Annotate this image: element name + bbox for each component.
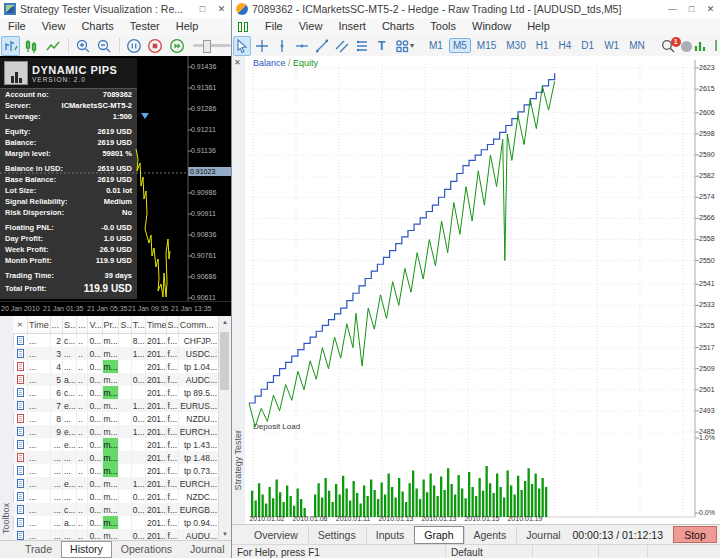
timeframe-h1[interactable]: H1 <box>532 38 553 53</box>
tab-trade[interactable]: Trade <box>16 541 61 558</box>
table-row[interactable]: ...7e.....0...m...1...201...f...EURUS... <box>13 399 219 412</box>
menu-tester[interactable]: Tester <box>122 18 168 35</box>
maximize-icon[interactable]: □ <box>193 0 212 18</box>
menu-file[interactable]: File <box>0 18 34 35</box>
pause-icon[interactable] <box>125 36 144 56</box>
timeframe-h4[interactable]: H4 <box>555 38 576 53</box>
column-header[interactable]: S... <box>119 316 131 333</box>
menu-help[interactable]: Help <box>168 18 207 35</box>
column-header[interactable]: Time <box>28 316 51 333</box>
close-icon[interactable]: ✕ <box>701 0 720 18</box>
line-chart-icon[interactable] <box>43 36 62 56</box>
tester-tab-journal[interactable]: Journal <box>516 526 570 544</box>
timeframe-w1[interactable]: W1 <box>600 38 623 53</box>
table-row[interactable]: ...4.....0...m...201...f...tp 1.04... <box>13 360 219 373</box>
scroll-up-icon[interactable]: ▲ <box>219 316 231 328</box>
channel-icon[interactable] <box>333 36 351 56</box>
minimize-icon[interactable]: — <box>663 0 682 18</box>
vertical-line-icon[interactable] <box>273 36 291 56</box>
table-row[interactable]: ...........0...m...201...f...tp 0.73... <box>13 464 219 477</box>
history-scrollbar[interactable]: ▲ ▼ <box>218 316 231 540</box>
close-tester-icon[interactable]: ✕ <box>234 58 241 67</box>
column-header[interactable]: S... <box>63 316 77 333</box>
table-row[interactable]: ...9e.....0...m...1...201...f...EURCH... <box>13 425 219 438</box>
scroll-down-icon[interactable]: ▼ <box>219 528 231 540</box>
crosshair-icon[interactable] <box>253 36 271 56</box>
table-row[interactable]: ...3.....0...m...1...201...f...USDC... <box>13 347 219 360</box>
table-row[interactable]: ......e.....0...m...201...f...tp 1.43... <box>13 438 219 451</box>
column-header[interactable]: Comm... <box>179 316 219 333</box>
table-row[interactable]: ......e.....0...m...1...201...f...EURCH.… <box>13 477 219 490</box>
chart-window-icon[interactable] <box>238 21 252 33</box>
table-row[interactable]: ...........0...m...201...f...tp 1.48... <box>13 451 219 464</box>
menu-file[interactable]: File <box>257 18 291 35</box>
cell: ... <box>28 399 51 412</box>
tick-chart-icon[interactable] <box>1 36 20 56</box>
table-row[interactable]: ......a.....0...m...201...f...tp 0.94... <box>13 516 219 529</box>
table-row[interactable]: ...6c.....0...m...201...f...tp 89.5... <box>13 386 219 399</box>
timeframe-mn[interactable]: MN <box>625 38 649 53</box>
column-header[interactable]: Pr... <box>103 316 120 333</box>
close-toolbox-icon[interactable]: ✕ <box>13 316 28 333</box>
speed-slider[interactable] <box>193 44 231 47</box>
shapes-dropdown-icon[interactable]: ▾ <box>410 41 414 50</box>
stop-icon[interactable] <box>146 36 165 56</box>
table-row[interactable]: ...5a.....0...m...0...201...f...AUDC... <box>13 373 219 386</box>
column-header[interactable]: Time <box>146 316 167 333</box>
fibonacci-icon[interactable] <box>353 36 371 56</box>
column-header[interactable]: S... <box>167 316 179 333</box>
table-row[interactable]: ......c.....0...m...0...201...f...EURGB.… <box>13 503 219 516</box>
table-row[interactable]: ...........0...m...0...201...f...AUDU... <box>13 529 219 540</box>
tester-tab-settings[interactable]: Settings <box>308 526 366 544</box>
column-header[interactable]: ... <box>77 316 88 333</box>
zoom-in-icon[interactable] <box>73 36 92 56</box>
text-icon[interactable]: T <box>373 36 391 56</box>
visualization-chart[interactable]: DYNAMIC PIPS VERSION: 2.0 Account no:708… <box>0 56 231 301</box>
column-header[interactable]: ... <box>51 316 63 333</box>
status-cell <box>533 545 599 558</box>
tester-tab-agents[interactable]: Agents <box>464 526 517 544</box>
menu-help[interactable]: Help <box>519 18 558 35</box>
trendline-icon[interactable] <box>313 36 331 56</box>
menu-tools[interactable]: Tools <box>422 18 464 35</box>
tester-tab-overview[interactable]: Overview <box>244 526 308 544</box>
menu-view[interactable]: View <box>34 18 74 35</box>
shapes-icon[interactable] <box>393 36 411 56</box>
tester-graph-panel[interactable]: Balance / Equity Deposit Load 2623261526… <box>245 56 720 524</box>
timeframe-d1[interactable]: D1 <box>577 38 598 53</box>
menu-charts[interactable]: Charts <box>73 18 121 35</box>
tester-tab-graph[interactable]: Graph <box>414 526 463 544</box>
table-row[interactable]: ...2c.....0...m...8...201...f...CHFJP... <box>13 334 219 347</box>
status-profile[interactable]: Default <box>446 545 533 558</box>
horizontal-line-icon[interactable] <box>293 36 311 56</box>
menu-charts[interactable]: Charts <box>374 18 422 35</box>
fast-forward-icon[interactable] <box>167 36 186 56</box>
stop-button[interactable]: Stop <box>673 526 717 543</box>
close-icon[interactable]: ✕ <box>212 0 231 18</box>
column-header[interactable]: T... <box>132 316 146 333</box>
tab-journal[interactable]: Journal <box>181 541 233 558</box>
menu-window[interactable]: Window <box>464 18 519 35</box>
candles-chart-icon[interactable] <box>22 36 41 56</box>
zoom-out-icon[interactable] <box>95 36 114 56</box>
timeframe-m15[interactable]: M15 <box>473 38 500 53</box>
menu-insert[interactable]: Insert <box>330 18 374 35</box>
table-row[interactable]: ...........0...m...0...201...f...NZDC... <box>13 490 219 503</box>
speed-slider-handle[interactable] <box>203 40 211 53</box>
timeframe-m1[interactable]: M1 <box>425 38 447 53</box>
y-tick: 2566 <box>699 214 715 221</box>
maximize-icon[interactable]: □ <box>682 0 701 18</box>
timeframe-m5[interactable]: M5 <box>449 38 471 53</box>
timeframe-m30[interactable]: M30 <box>502 38 529 53</box>
tab-history[interactable]: History <box>61 541 112 558</box>
cursor-icon[interactable] <box>233 36 251 56</box>
tester-agent-icon[interactable] <box>691 36 709 56</box>
cell <box>119 490 131 503</box>
table-row[interactable]: ...8.....0...m...0...201...f...NZDU... <box>13 412 219 425</box>
menu-view[interactable]: View <box>291 18 331 35</box>
tab-operations[interactable]: Operations <box>112 541 181 558</box>
column-header[interactable]: V... <box>88 316 102 333</box>
cell <box>132 386 146 399</box>
tester-tab-inputs[interactable]: Inputs <box>366 526 415 544</box>
scroll-thumb[interactable] <box>220 332 229 390</box>
